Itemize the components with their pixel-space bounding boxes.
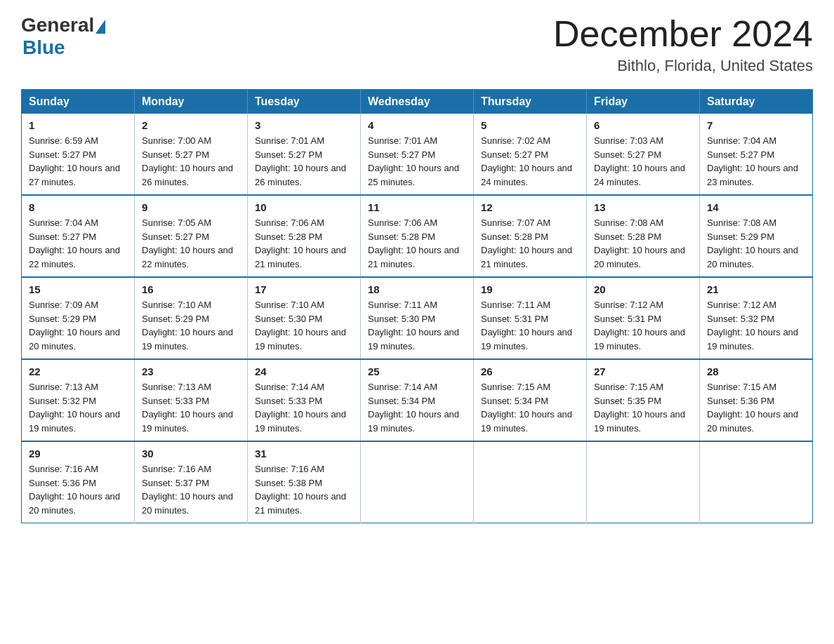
day-number: 15 — [29, 283, 127, 295]
calendar-cell: 26 Sunrise: 7:15 AMSunset: 5:34 PMDaylig… — [474, 359, 587, 441]
weekday-header-sunday: Sunday — [22, 90, 135, 114]
calendar-cell: 20 Sunrise: 7:12 AMSunset: 5:31 PMDaylig… — [587, 277, 700, 359]
day-number: 23 — [142, 365, 240, 377]
day-info: Sunrise: 7:06 AMSunset: 5:28 PMDaylight:… — [368, 217, 459, 269]
day-info: Sunrise: 7:02 AMSunset: 5:27 PMDaylight:… — [481, 135, 572, 187]
calendar-cell — [361, 441, 474, 523]
calendar-cell: 29 Sunrise: 7:16 AMSunset: 5:36 PMDaylig… — [22, 441, 135, 523]
day-info: Sunrise: 7:05 AMSunset: 5:27 PMDaylight:… — [142, 217, 233, 269]
location-subtitle: Bithlo, Florida, United States — [553, 57, 813, 75]
calendar-cell: 25 Sunrise: 7:14 AMSunset: 5:34 PMDaylig… — [361, 359, 474, 441]
day-info: Sunrise: 7:12 AMSunset: 5:31 PMDaylight:… — [594, 300, 685, 351]
day-info: Sunrise: 7:14 AMSunset: 5:33 PMDaylight:… — [255, 382, 346, 434]
calendar-cell: 4 Sunrise: 7:01 AMSunset: 5:27 PMDayligh… — [361, 114, 474, 195]
calendar-week-row: 8 Sunrise: 7:04 AMSunset: 5:27 PMDayligh… — [22, 195, 813, 277]
day-number: 5 — [481, 119, 579, 131]
calendar-cell: 14 Sunrise: 7:08 AMSunset: 5:29 PMDaylig… — [700, 195, 813, 277]
day-number: 29 — [29, 448, 127, 459]
calendar-table: SundayMondayTuesdayWednesdayThursdayFrid… — [21, 89, 813, 523]
day-info: Sunrise: 7:14 AMSunset: 5:34 PMDaylight:… — [368, 382, 459, 434]
day-number: 18 — [368, 283, 466, 295]
day-number: 3 — [255, 119, 353, 131]
day-number: 19 — [481, 283, 579, 295]
calendar-cell: 3 Sunrise: 7:01 AMSunset: 5:27 PMDayligh… — [248, 114, 361, 195]
day-number: 27 — [594, 365, 692, 377]
day-info: Sunrise: 7:08 AMSunset: 5:28 PMDaylight:… — [594, 217, 685, 269]
calendar-week-row: 22 Sunrise: 7:13 AMSunset: 5:32 PMDaylig… — [22, 359, 813, 441]
calendar-cell — [587, 441, 700, 523]
title-section: December 2024 Bithlo, Florida, United St… — [553, 14, 813, 75]
day-number: 30 — [142, 448, 240, 459]
calendar-cell: 12 Sunrise: 7:07 AMSunset: 5:28 PMDaylig… — [474, 195, 587, 277]
day-number: 26 — [481, 365, 579, 377]
day-number: 17 — [255, 283, 353, 295]
calendar-cell: 27 Sunrise: 7:15 AMSunset: 5:35 PMDaylig… — [587, 359, 700, 441]
day-info: Sunrise: 7:13 AMSunset: 5:32 PMDaylight:… — [29, 382, 120, 434]
logo-triangle-icon — [95, 20, 105, 34]
day-number: 24 — [255, 365, 353, 377]
day-info: Sunrise: 7:10 AMSunset: 5:30 PMDaylight:… — [255, 300, 346, 351]
weekday-header-row: SundayMondayTuesdayWednesdayThursdayFrid… — [22, 90, 813, 114]
weekday-header-tuesday: Tuesday — [248, 90, 361, 114]
day-info: Sunrise: 7:01 AMSunset: 5:27 PMDaylight:… — [255, 135, 346, 187]
day-number: 2 — [142, 119, 240, 131]
day-number: 6 — [594, 119, 692, 131]
day-info: Sunrise: 6:59 AMSunset: 5:27 PMDaylight:… — [29, 135, 120, 187]
day-number: 25 — [368, 365, 466, 377]
day-number: 9 — [142, 201, 240, 213]
calendar-week-row: 1 Sunrise: 6:59 AMSunset: 5:27 PMDayligh… — [22, 114, 813, 195]
calendar-week-row: 15 Sunrise: 7:09 AMSunset: 5:29 PMDaylig… — [22, 277, 813, 359]
calendar-cell — [474, 441, 587, 523]
day-number: 1 — [29, 119, 127, 131]
logo: General Blue — [21, 14, 105, 59]
calendar-cell: 8 Sunrise: 7:04 AMSunset: 5:27 PMDayligh… — [22, 195, 135, 277]
day-info: Sunrise: 7:07 AMSunset: 5:28 PMDaylight:… — [481, 217, 572, 269]
day-info: Sunrise: 7:10 AMSunset: 5:29 PMDaylight:… — [142, 300, 233, 351]
calendar-cell: 15 Sunrise: 7:09 AMSunset: 5:29 PMDaylig… — [22, 277, 135, 359]
calendar-cell: 10 Sunrise: 7:06 AMSunset: 5:28 PMDaylig… — [248, 195, 361, 277]
calendar-cell: 11 Sunrise: 7:06 AMSunset: 5:28 PMDaylig… — [361, 195, 474, 277]
day-info: Sunrise: 7:08 AMSunset: 5:29 PMDaylight:… — [707, 217, 798, 269]
day-info: Sunrise: 7:12 AMSunset: 5:32 PMDaylight:… — [707, 300, 798, 351]
calendar-cell: 22 Sunrise: 7:13 AMSunset: 5:32 PMDaylig… — [22, 359, 135, 441]
day-info: Sunrise: 7:16 AMSunset: 5:36 PMDaylight:… — [29, 464, 120, 516]
weekday-header-friday: Friday — [587, 90, 700, 114]
day-info: Sunrise: 7:01 AMSunset: 5:27 PMDaylight:… — [368, 135, 459, 187]
day-info: Sunrise: 7:15 AMSunset: 5:34 PMDaylight:… — [481, 382, 572, 434]
calendar-cell: 17 Sunrise: 7:10 AMSunset: 5:30 PMDaylig… — [248, 277, 361, 359]
logo-general-text: General — [21, 14, 94, 36]
calendar-cell: 24 Sunrise: 7:14 AMSunset: 5:33 PMDaylig… — [248, 359, 361, 441]
day-info: Sunrise: 7:04 AMSunset: 5:27 PMDaylight:… — [29, 217, 120, 269]
calendar-cell: 6 Sunrise: 7:03 AMSunset: 5:27 PMDayligh… — [587, 114, 700, 195]
calendar-cell: 7 Sunrise: 7:04 AMSunset: 5:27 PMDayligh… — [700, 114, 813, 195]
weekday-header-saturday: Saturday — [700, 90, 813, 114]
day-info: Sunrise: 7:15 AMSunset: 5:36 PMDaylight:… — [707, 382, 798, 434]
day-number: 10 — [255, 201, 353, 213]
day-info: Sunrise: 7:06 AMSunset: 5:28 PMDaylight:… — [255, 217, 346, 269]
day-info: Sunrise: 7:15 AMSunset: 5:35 PMDaylight:… — [594, 382, 685, 434]
calendar-cell: 2 Sunrise: 7:00 AMSunset: 5:27 PMDayligh… — [135, 114, 248, 195]
weekday-header-monday: Monday — [135, 90, 248, 114]
day-info: Sunrise: 7:09 AMSunset: 5:29 PMDaylight:… — [29, 300, 120, 351]
weekday-header-thursday: Thursday — [474, 90, 587, 114]
weekday-header-wednesday: Wednesday — [361, 90, 474, 114]
day-number: 4 — [368, 119, 466, 131]
calendar-cell: 21 Sunrise: 7:12 AMSunset: 5:32 PMDaylig… — [700, 277, 813, 359]
day-number: 13 — [594, 201, 692, 213]
calendar-cell: 19 Sunrise: 7:11 AMSunset: 5:31 PMDaylig… — [474, 277, 587, 359]
day-number: 8 — [29, 201, 127, 213]
day-number: 16 — [142, 283, 240, 295]
day-number: 12 — [481, 201, 579, 213]
logo-blue-text: Blue — [22, 36, 65, 59]
calendar-cell: 1 Sunrise: 6:59 AMSunset: 5:27 PMDayligh… — [22, 114, 135, 195]
calendar-cell: 9 Sunrise: 7:05 AMSunset: 5:27 PMDayligh… — [135, 195, 248, 277]
calendar-cell: 28 Sunrise: 7:15 AMSunset: 5:36 PMDaylig… — [700, 359, 813, 441]
calendar-cell: 23 Sunrise: 7:13 AMSunset: 5:33 PMDaylig… — [135, 359, 248, 441]
day-number: 7 — [707, 119, 805, 131]
day-number: 28 — [707, 365, 805, 377]
calendar-cell: 30 Sunrise: 7:16 AMSunset: 5:37 PMDaylig… — [135, 441, 248, 523]
calendar-cell — [700, 441, 813, 523]
calendar-week-row: 29 Sunrise: 7:16 AMSunset: 5:36 PMDaylig… — [22, 441, 813, 523]
day-number: 11 — [368, 201, 466, 213]
day-info: Sunrise: 7:04 AMSunset: 5:27 PMDaylight:… — [707, 135, 798, 187]
